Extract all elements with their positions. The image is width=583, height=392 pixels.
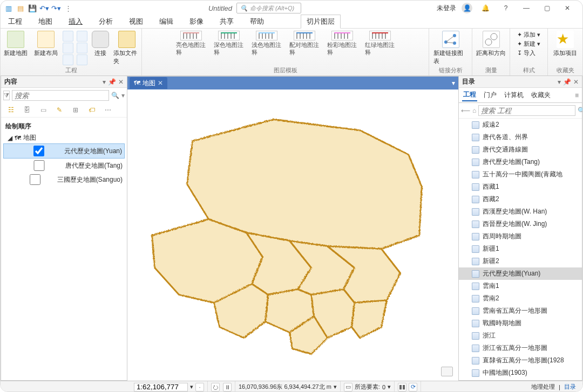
catalog-item[interactable]: 綏遠2 xyxy=(459,119,582,131)
scale-lock-icon[interactable]: · xyxy=(195,383,204,391)
catalog-item[interactable]: 雲南省五萬分一地形圖 xyxy=(459,305,582,317)
add-favorite-button[interactable]: ★添加项目 xyxy=(552,31,579,57)
chevron-down-icon[interactable]: ▾ xyxy=(103,78,106,86)
menu-icon[interactable]: ≡ xyxy=(575,92,579,99)
list-by-editing-icon[interactable]: ✎ xyxy=(54,105,65,115)
layer-visibility-checkbox[interactable] xyxy=(15,174,55,185)
template-item[interactable]: 亮色地图注释 xyxy=(176,31,206,57)
search-icon[interactable]: 🔍 xyxy=(111,92,119,99)
close-icon[interactable]: ✕ xyxy=(118,78,124,86)
save-icon[interactable]: 💾 xyxy=(28,3,37,13)
ribbon-tab[interactable]: 共享 xyxy=(218,15,236,28)
chevron-down-icon[interactable]: ▾ xyxy=(190,383,193,390)
catalog-search-input[interactable] xyxy=(478,105,575,116)
chevron-down-icon[interactable]: ▾ xyxy=(121,92,125,99)
catalog-item[interactable]: 戰國時期地圖 xyxy=(459,317,582,329)
template-item[interactable]: 配对地图注释 xyxy=(289,31,320,57)
pin-icon[interactable]: 📌 xyxy=(563,78,571,86)
catalog-item[interactable]: 西周時期地圖 xyxy=(459,230,582,243)
ribbon-tab[interactable]: 工程 xyxy=(6,15,24,28)
pause-drawing-icon[interactable]: ⏸ xyxy=(223,383,232,391)
catalog-item[interactable]: 雲南1 xyxy=(459,280,582,292)
new-map-button[interactable]: 新建地图 xyxy=(2,31,29,57)
list-by-labeling-icon[interactable]: 🏷 xyxy=(86,105,97,115)
user-icon[interactable]: 👤 xyxy=(462,3,472,13)
close-icon[interactable]: ✕ xyxy=(158,79,163,87)
ribbon-tab[interactable]: 插入 xyxy=(66,15,85,28)
filter-icon[interactable]: ⧩ xyxy=(3,91,10,100)
close-icon[interactable]: ✕ xyxy=(560,3,575,13)
ribbon-small-button[interactable] xyxy=(77,43,87,53)
catalog-item[interactable]: 新疆1 xyxy=(459,243,582,255)
ribbon-tab[interactable]: 影像 xyxy=(187,15,206,28)
layer-visibility-checkbox[interactable] xyxy=(15,160,63,171)
toc-map-node[interactable]: ◢ 🗺 地图 xyxy=(5,132,125,143)
chevron-down-icon[interactable]: ▾ xyxy=(334,383,337,390)
ribbon-tab[interactable]: 帮助 xyxy=(248,15,266,28)
catalog-item[interactable]: 唐代歷史地圖(Tang) xyxy=(459,156,582,168)
open-project-icon[interactable]: ▤ xyxy=(16,3,25,13)
pin-icon[interactable]: 📌 xyxy=(108,78,116,86)
minimize-icon[interactable]: — xyxy=(519,3,534,13)
catalog-tab[interactable]: 工程 xyxy=(462,89,477,101)
catalog-item[interactable]: 中國地圖(1903) xyxy=(459,367,582,379)
style-new-button[interactable]: ✦ 新建 ▾ xyxy=(517,40,540,48)
close-icon[interactable]: ✕ xyxy=(573,78,579,86)
maximize-icon[interactable]: ▢ xyxy=(539,3,554,13)
template-item[interactable]: 深色地图注释 xyxy=(214,31,244,57)
home-icon[interactable]: ⌂ xyxy=(472,106,476,115)
new-project-icon[interactable]: ▥ xyxy=(4,3,13,13)
ribbon-small-button[interactable] xyxy=(63,54,73,65)
ribbon-tab[interactable]: 视图 xyxy=(127,15,145,28)
command-search[interactable]: 🔍 命令搜索 (Alt+Q) xyxy=(236,3,301,13)
template-item[interactable]: 红绿地图注释 xyxy=(365,31,395,57)
view-menu-icon[interactable]: ▾ xyxy=(452,79,455,87)
catalog-tab[interactable]: 计算机 xyxy=(503,90,525,101)
ribbon-tab[interactable]: 分析 xyxy=(97,15,115,28)
redo-icon[interactable]: ↷▾ xyxy=(51,3,61,13)
status-tab-catalog[interactable]: 目录 xyxy=(564,383,576,391)
toc-layer[interactable]: 唐代歷史地圖(Tang) xyxy=(3,159,125,173)
list-by-snapping-icon[interactable]: ⊞ xyxy=(70,105,81,115)
template-item[interactable]: 浅色地图注释 xyxy=(252,31,282,57)
catalog-item[interactable]: 西藏1 xyxy=(459,181,582,193)
notifications-icon[interactable]: 🔔 xyxy=(478,3,493,13)
ribbon-small-button[interactable] xyxy=(63,31,73,42)
ribbon-small-button[interactable] xyxy=(77,31,87,42)
catalog-tab[interactable]: 门户 xyxy=(483,90,498,101)
catalog-item[interactable]: 西藏2 xyxy=(459,193,582,205)
catalog-item[interactable]: 新疆2 xyxy=(459,255,582,267)
ribbon-tab[interactable]: 编辑 xyxy=(157,15,175,28)
catalog-item[interactable]: 元代歷史地圖(Yuan) xyxy=(459,267,582,280)
catalog-tab[interactable]: 收藏夹 xyxy=(530,90,552,101)
list-by-source-icon[interactable]: 🗄 xyxy=(22,105,32,115)
pause-icon[interactable]: ▮▮ xyxy=(398,383,406,391)
map-view[interactable] xyxy=(127,90,458,381)
list-by-drawing-order-icon[interactable]: ☷ xyxy=(5,105,16,115)
undo-icon[interactable]: ↶▾ xyxy=(39,3,49,13)
layer-visibility-checkbox[interactable] xyxy=(16,146,62,156)
catalog-item[interactable]: 唐代交通路線圖 xyxy=(459,143,582,156)
login-state[interactable]: 未登录 xyxy=(437,4,456,13)
toc-layer[interactable]: 三國歷史地圖(Sanguo) xyxy=(3,173,125,187)
ribbon-small-button[interactable] xyxy=(77,54,87,65)
new-layout-button[interactable]: 新建布局 xyxy=(32,31,59,57)
snapping-icon[interactable] xyxy=(441,367,453,376)
chevron-down-icon[interactable]: ▾ xyxy=(558,78,561,86)
ribbon-tab[interactable]: 地图 xyxy=(36,15,55,28)
help-icon[interactable]: ? xyxy=(498,3,513,13)
catalog-item[interactable]: 雲南2 xyxy=(459,292,582,305)
style-import-button[interactable]: ↧ 导入 xyxy=(517,49,535,57)
collapse-icon[interactable]: ◢ xyxy=(8,134,12,142)
more-icon[interactable]: ⋯ xyxy=(103,105,113,115)
new-link-chart-button[interactable]: 新建链接图表 xyxy=(433,31,468,65)
template-item[interactable]: 粉彩地图注释 xyxy=(327,31,357,57)
ribbon-context-tab[interactable]: 切片图层 xyxy=(301,15,341,29)
qat-more-icon[interactable]: ⋮ xyxy=(63,3,73,13)
refresh-icon[interactable]: ⟳ xyxy=(409,383,417,391)
add-folder-button[interactable]: 添加文件夹 xyxy=(113,31,140,65)
catalog-item[interactable]: 浙江 xyxy=(459,329,582,342)
rotation-icon[interactable]: ⭮ xyxy=(211,383,220,391)
toc-layer[interactable]: 元代歷史地圖(Yuan) xyxy=(3,143,125,159)
catalog-item[interactable]: 浙江省五萬分一地形圖 xyxy=(459,342,582,354)
